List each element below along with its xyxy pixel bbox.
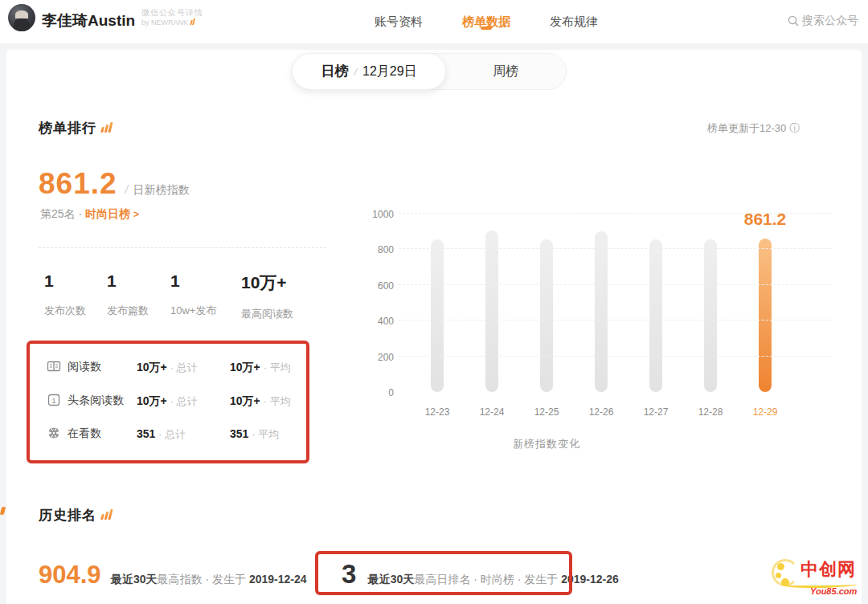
y-axis-tick-label: 600 (358, 280, 394, 292)
account-avatar[interactable] (8, 4, 35, 31)
ranking-section-header: 榜单排行 (39, 119, 113, 137)
rank-position-line: 第25名 · 时尚日榜> (40, 207, 139, 222)
dashed-divider (39, 247, 326, 248)
daily-index-label: 日新榜指数 (133, 183, 189, 196)
section-bars-icon (101, 121, 113, 136)
stat-label: 发布篇数 (107, 304, 149, 318)
index-trend-chart: 12-2312-2412-2512-2612-2712-2812-29861.2… (362, 201, 844, 454)
stat-value: 1 (170, 271, 216, 291)
history-text-segment: · 发生于 (203, 573, 249, 586)
chart-column: 12-25 (519, 214, 574, 392)
stat-label: 发布次数 (44, 304, 86, 318)
chevron-right-icon[interactable]: > (133, 209, 139, 220)
history-text-segment: 最高指数 (158, 573, 203, 586)
chart-column: 12-26 (574, 214, 628, 392)
history-text-segment: 最近30天 (111, 573, 158, 586)
y-axis-tick-label: 200 (358, 352, 394, 363)
history-item-max-index: 904.9 最近30天最高指数 · 发生于 2019-12-24 (39, 561, 307, 590)
x-axis-tick-label: 12-27 (644, 406, 669, 418)
stat-value: 1 (107, 271, 149, 291)
newrank-bars-icon (190, 18, 195, 27)
daily-index-value: 861.2 (39, 167, 117, 200)
watermark-name: 中创网 (800, 557, 856, 582)
history-date: 2019-12-24 (249, 573, 307, 586)
chart-plot: 12-2312-2412-2512-2612-2712-2812-29861.2… (399, 214, 833, 392)
chart-bar[interactable] (704, 239, 717, 392)
chart-bar[interactable] (431, 239, 444, 392)
gridline (399, 213, 833, 214)
x-axis-tick-label: 12-24 (480, 406, 505, 418)
account-name: 李佳琦Austin (42, 10, 135, 31)
history-section-title: 历史排名 (39, 508, 96, 523)
annotation-box-history-rank (315, 551, 572, 595)
active-tab-indicator (481, 27, 492, 30)
weekly-rank-segment[interactable]: 周榜 (445, 54, 566, 89)
gridline (399, 248, 833, 249)
brand-block: 微信公众号详情 by NEWRANK (141, 8, 203, 27)
tab-account-profile[interactable]: 账号资料 (375, 14, 423, 30)
info-icon[interactable]: ⓘ (789, 121, 800, 136)
y-axis-tick-label: 1000 (358, 209, 394, 220)
chart-bar[interactable] (759, 239, 772, 392)
fashion-daily-rank-link[interactable]: 时尚日榜 (85, 207, 130, 220)
daily-label: 日榜 (321, 63, 348, 79)
annotation-box-metrics (27, 341, 309, 463)
updated-note: 榜单更新于12-30ⓘ (707, 121, 800, 136)
x-axis-tick-label: 12-28 (698, 406, 723, 418)
gridline (399, 320, 833, 320)
x-axis-tick-label: 12-23 (425, 406, 450, 418)
chart-bar[interactable] (485, 231, 498, 392)
stat-label: 最高阅读数 (241, 307, 293, 321)
chart-bar[interactable] (649, 239, 662, 392)
section-bars-icon (101, 508, 113, 523)
search-account[interactable]: 搜索公众号 (788, 14, 858, 28)
chart-bar[interactable] (595, 231, 608, 392)
chart-column: 12-24 (465, 214, 519, 392)
chart-bar[interactable] (540, 239, 553, 392)
y-axis-tick-label: 0 (358, 387, 394, 398)
chart-column: 12-23 (410, 214, 465, 392)
brand-line1: 微信公众号详情 (141, 8, 203, 18)
chart-title: 新榜指数变化 (362, 437, 731, 451)
top-header: 李佳琦Austin 微信公众号详情 by NEWRANK 账号资料 榜单数据 发… (0, 0, 868, 44)
toggle-separator: / (354, 66, 357, 78)
x-axis-tick-label: 12-25 (534, 406, 559, 418)
y-axis-tick-label: 400 (358, 316, 394, 327)
page: 李佳琦Austin 微信公众号详情 by NEWRANK 账号资料 榜单数据 发… (0, 0, 868, 604)
gridline (399, 284, 833, 285)
stat-10w-publish: 1 10w+发布 (170, 271, 216, 318)
stat-max-reads: 10万+ 最高阅读数 (241, 271, 293, 321)
stat-value: 10万+ (241, 271, 293, 294)
rank-dot: · (78, 207, 82, 220)
x-axis-tick-label: 12-29 (753, 406, 778, 418)
chart-bars: 12-2312-2412-2512-2612-2712-2812-29861.2 (410, 214, 792, 392)
daily-index-block: 861.2/日新榜指数 (39, 167, 189, 201)
stat-value: 1 (44, 271, 86, 291)
watermark-logo: 中创网 You85.com (760, 551, 865, 601)
history-section-header: 历史排名 (39, 506, 113, 524)
ranking-section-title: 榜单排行 (39, 120, 96, 136)
daily-date: 12月29日 (362, 64, 417, 78)
gridline (399, 356, 833, 357)
watermark-site: You85.com (810, 586, 857, 596)
rank-position: 第25名 (40, 207, 76, 220)
y-axis-tick-label: 800 (358, 244, 394, 255)
daily-rank-segment[interactable]: 日榜/12月29日 (292, 53, 446, 90)
index-separator: / (125, 183, 129, 196)
stat-label: 10w+发布 (170, 304, 216, 318)
brand-line2: by NEWRANK (141, 18, 203, 27)
history-max-index-value: 904.9 (39, 561, 101, 589)
stat-publish-times: 1 发布次数 (44, 271, 86, 318)
chart-column: 12-27 (628, 214, 683, 392)
stat-publish-articles: 1 发布篇数 (107, 271, 149, 318)
search-label: 搜索公众号 (802, 14, 858, 27)
rank-period-toggle: 日榜/12月29日 周榜 (292, 53, 567, 90)
edge-accent-mark (0, 507, 6, 515)
search-icon (788, 15, 799, 27)
x-axis-tick-label: 12-26 (589, 406, 614, 418)
chart-column: 12-28 (683, 214, 738, 392)
tab-publish-pattern[interactable]: 发布规律 (550, 14, 598, 30)
chart-column: 12-29861.2 (738, 214, 792, 392)
